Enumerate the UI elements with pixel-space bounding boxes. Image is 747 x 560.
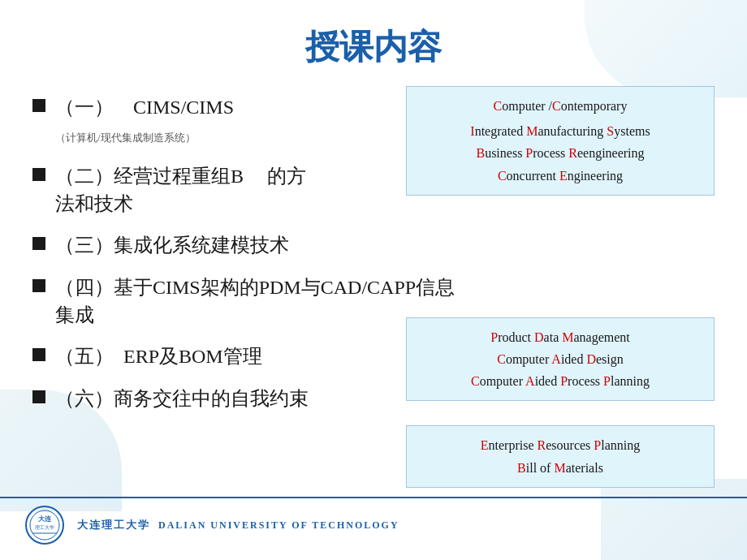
spacer-1 bbox=[406, 204, 715, 301]
university-logo: 大连 理工大学 bbox=[24, 505, 65, 545]
tooltip3-line2: Bill of Materials bbox=[418, 457, 702, 479]
tooltip2-line2: Computer Aided Design bbox=[418, 348, 702, 370]
bullet-4 bbox=[32, 279, 45, 292]
bullet-5 bbox=[32, 348, 45, 361]
svg-text:大连: 大连 bbox=[37, 515, 52, 523]
tooltip1-line3: Business Process Reengineering bbox=[418, 142, 702, 164]
tooltip1-line2: Integrated Manufacturing Systems bbox=[418, 120, 702, 142]
footer: 大连 理工大学 大连理工大学 DALIAN UNIVERSITY OF TECH… bbox=[0, 497, 747, 552]
tooltip3-line1: Enterprise Resources Planning bbox=[418, 434, 702, 456]
item-1-label: （一） CIMS/CIMS bbox=[55, 97, 234, 118]
footer-university-cn: 大连理工大学 bbox=[77, 518, 150, 532]
right-panels: Computer /Contemporary Integrated Manufa… bbox=[406, 86, 715, 488]
bullet-6 bbox=[32, 390, 45, 403]
tooltip1-line1: Computer /Contemporary bbox=[418, 95, 702, 117]
tooltip-box-1: Computer /Contemporary Integrated Manufa… bbox=[406, 86, 715, 196]
svg-text:理工大学: 理工大学 bbox=[35, 525, 54, 530]
spacer-2 bbox=[406, 409, 715, 417]
tooltip-box-3: Enterprise Resources Planning Bill of Ma… bbox=[406, 425, 715, 487]
slide: 授课内容 （一） CIMS/CIMS （计算机/现代集成制造系统） （二）经营过… bbox=[0, 0, 747, 560]
footer-university-en: DALIAN UNIVERSITY OF TECHNOLOGY bbox=[158, 519, 399, 532]
bullet-3 bbox=[32, 237, 45, 250]
item-2-cont: 法和技术 bbox=[55, 193, 133, 214]
bg-decoration-top-right bbox=[585, 0, 747, 97]
item-1-note: （计算机/现代集成制造系统） bbox=[55, 131, 196, 144]
tooltip2-line3: Computer Aided Process Planning bbox=[418, 370, 702, 392]
content-area: （一） CIMS/CIMS （计算机/现代集成制造系统） （二）经营过程重组BP… bbox=[32, 94, 715, 427]
tooltip2-line1: Product Data Management bbox=[418, 326, 702, 348]
tooltip1-line4: Concurrent Engineering bbox=[418, 165, 702, 187]
item-2-main: （二）经营过程重组B bbox=[55, 166, 244, 187]
tooltip-box-2: Product Data Management Computer Aided D… bbox=[406, 317, 715, 402]
bullet-1 bbox=[32, 99, 45, 112]
bullet-2 bbox=[32, 168, 45, 181]
